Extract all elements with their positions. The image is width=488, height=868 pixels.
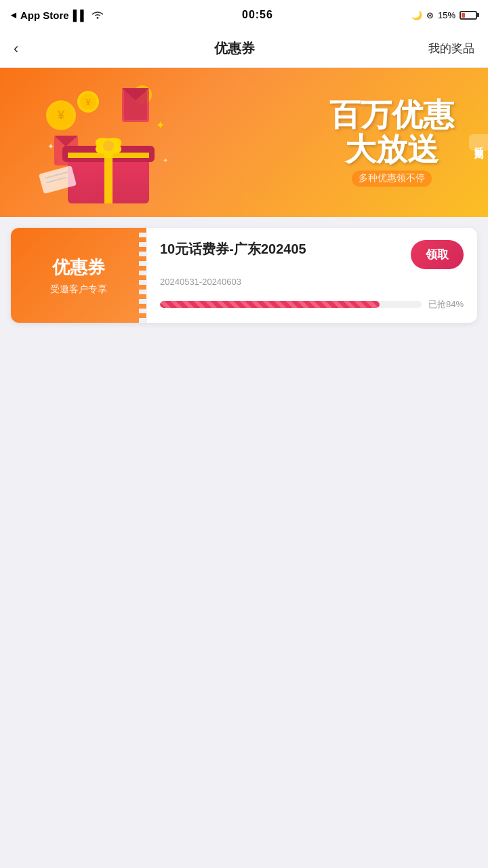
svg-text:¥: ¥ — [58, 108, 64, 122]
battery-icon — [460, 11, 477, 20]
promo-banner: ¥ ¥ — [0, 68, 488, 217]
coupon-progress-row: 已抢84% — [160, 298, 464, 311]
status-bar: ◂ App Store ▌▌ 00:56 🌙 ⊛ 15% — [0, 0, 488, 30]
carrier-text: App Store — [20, 9, 69, 21]
page-title: 优惠券 — [214, 39, 255, 58]
coupon-left-panel: 优惠券 受邀客户专享 — [11, 228, 146, 323]
wifi-icon — [92, 9, 104, 21]
progress-text: 已抢84% — [428, 298, 464, 311]
coupon-name: 10元话费券-广东202405 — [160, 240, 403, 258]
status-left: ◂ App Store ▌▌ — [11, 9, 104, 21]
back-button[interactable]: ‹ — [14, 40, 41, 58]
banner-text: 百万优惠 大放送 多种优惠领不停 — [329, 98, 454, 186]
claim-button[interactable]: 领取 — [411, 240, 464, 269]
coupon-audience-label: 受邀客户专享 — [50, 283, 107, 296]
activity-rules-tab[interactable]: 活动规则 — [469, 134, 488, 151]
location-icon: ⊛ — [426, 10, 434, 20]
my-prizes-link[interactable]: 我的奖品 — [428, 41, 474, 56]
coupon-type-label: 优惠券 — [52, 256, 105, 279]
coupon-date: 20240531-20240603 — [160, 277, 464, 287]
banner-headline: 百万优惠 大放送 — [329, 98, 454, 166]
svg-text:✦: ✦ — [163, 157, 168, 164]
coupon-right-panel: 10元话费券-广东202405 领取 20240531-20240603 已抢8… — [146, 228, 477, 323]
signal-icon: ▌▌ — [73, 9, 87, 21]
coupon-top-row: 10元话费券-广东202405 领取 — [160, 240, 464, 269]
status-right: 🌙 ⊛ 15% — [411, 10, 477, 20]
battery-percent: 15% — [438, 10, 455, 20]
nav-bar: ‹ 优惠券 我的奖品 — [0, 30, 488, 68]
coupon-card: 优惠券 受邀客户专享 10元话费券-广东202405 领取 20240531-2… — [11, 228, 477, 323]
banner-subtext: 多种优惠领不停 — [352, 171, 432, 187]
progress-bar-background — [160, 301, 422, 308]
progress-bar-fill — [160, 301, 380, 308]
svg-text:✦: ✦ — [156, 119, 165, 131]
svg-point-20 — [103, 140, 114, 151]
content-area: 优惠券 受邀客户专享 10元话费券-广东202405 领取 20240531-2… — [0, 217, 488, 334]
moon-icon: 🌙 — [411, 10, 422, 20]
banner-illustration: ¥ ¥ — [0, 68, 217, 217]
svg-rect-17 — [68, 153, 149, 158]
status-time: 00:56 — [242, 9, 273, 21]
svg-text:¥: ¥ — [85, 97, 91, 107]
svg-text:✦: ✦ — [47, 142, 54, 151]
back-arrow-icon: ◂ — [11, 9, 16, 21]
